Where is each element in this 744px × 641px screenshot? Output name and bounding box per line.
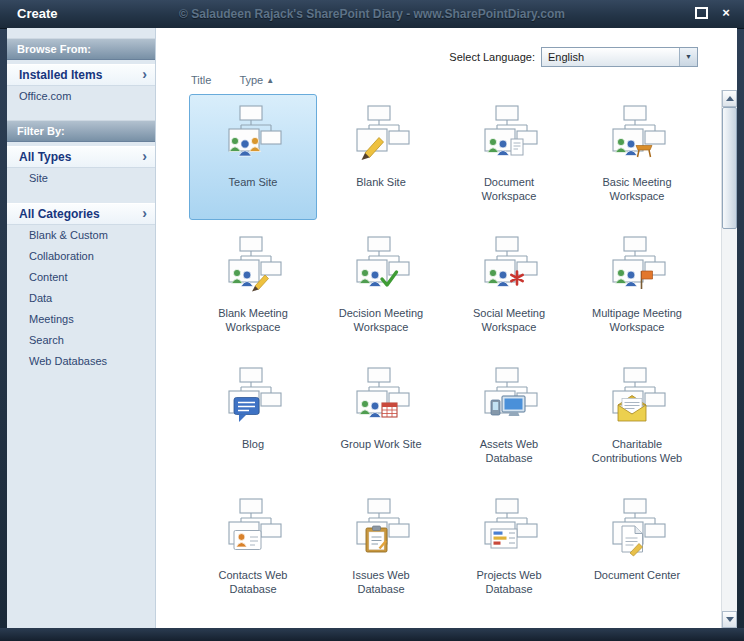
sidebar-gap	[7, 189, 155, 203]
assets-web-database-icon	[477, 365, 541, 429]
template-label: Contacts Web Database	[200, 568, 306, 596]
template-team-site[interactable]: Team Site	[189, 94, 317, 220]
sidebar-category-search[interactable]: Search	[7, 330, 155, 351]
template-label: Blank Meeting Workspace	[200, 306, 306, 334]
template-document-center[interactable]: Document Center	[573, 487, 701, 613]
dropdown-arrow-icon: ▼	[679, 48, 697, 66]
sort-row: Title Type▲	[191, 74, 274, 86]
window-buttons: ×	[693, 5, 734, 21]
category-filter-list: All Categories›Blank & CustomCollaborati…	[7, 203, 155, 372]
template-projects-web-database[interactable]: Projects Web Database	[445, 487, 573, 613]
sidebar-category-content[interactable]: Content	[7, 267, 155, 288]
sidebar-category-all-categories[interactable]: All Categories›	[7, 203, 155, 225]
sidebar-type-site[interactable]: Site	[7, 168, 155, 189]
template-label: Team Site	[200, 175, 306, 189]
sort-type-label: Type	[239, 74, 263, 86]
template-label: Document Workspace	[456, 175, 562, 203]
blank-meeting-workspace-icon	[221, 234, 285, 298]
team-site-icon	[221, 103, 285, 167]
vertical-scrollbar[interactable]	[721, 90, 737, 628]
scroll-up-icon	[726, 96, 734, 101]
dialog-bottom-bar	[0, 628, 744, 641]
blog-icon	[221, 365, 285, 429]
sort-ascending-icon: ▲	[266, 76, 274, 85]
sidebar-category-web-databases[interactable]: Web Databases	[7, 351, 155, 372]
document-center-icon	[605, 496, 669, 560]
item-label: Collaboration	[29, 250, 94, 262]
language-row: Select Language: English ▼	[449, 46, 698, 67]
maximize-icon	[695, 7, 708, 19]
browse-from-header: Browse From:	[7, 38, 155, 60]
sidebar-item-office-com[interactable]: Office.com	[7, 86, 155, 107]
basic-meeting-workspace-icon	[605, 103, 669, 167]
template-label: Decision Meeting Workspace	[328, 306, 434, 334]
template-label: Blank Site	[328, 175, 434, 189]
template-blog[interactable]: Blog	[189, 356, 317, 482]
scroll-up-button[interactable]	[722, 90, 737, 107]
social-meeting-workspace-icon	[477, 234, 541, 298]
template-charitable-contributions-web[interactable]: Charitable Contributions Web	[573, 356, 701, 482]
sidebar-category-collaboration[interactable]: Collaboration	[7, 246, 155, 267]
template-label: Multipage Meeting Workspace	[584, 306, 690, 334]
template-contacts-web-database[interactable]: Contacts Web Database	[189, 487, 317, 613]
blank-site-icon	[349, 103, 413, 167]
template-group-work-site[interactable]: Group Work Site	[317, 356, 445, 482]
template-label: Basic Meeting Workspace	[584, 175, 690, 203]
item-label: Web Databases	[29, 355, 107, 367]
close-icon: ×	[722, 5, 730, 21]
template-blank-meeting-workspace[interactable]: Blank Meeting Workspace	[189, 225, 317, 351]
sidebar: Browse From: Installed Items›Office.com …	[7, 28, 156, 628]
group-work-site-icon	[349, 365, 413, 429]
language-value: English	[548, 51, 584, 63]
issues-web-database-icon	[349, 496, 413, 560]
sidebar-item-installed-items[interactable]: Installed Items›	[7, 64, 155, 86]
item-label: All Categories	[19, 207, 100, 221]
decision-meeting-workspace-icon	[349, 234, 413, 298]
chevron-right-icon: ›	[142, 146, 147, 166]
scroll-down-button[interactable]	[722, 611, 737, 628]
template-basic-meeting-workspace[interactable]: Basic Meeting Workspace	[573, 94, 701, 220]
template-social-meeting-workspace[interactable]: Social Meeting Workspace	[445, 225, 573, 351]
template-document-workspace[interactable]: Document Workspace	[445, 94, 573, 220]
close-button[interactable]: ×	[718, 5, 734, 21]
sidebar-category-data[interactable]: Data	[7, 288, 155, 309]
template-decision-meeting-workspace[interactable]: Decision Meeting Workspace	[317, 225, 445, 351]
template-label: Projects Web Database	[456, 568, 562, 596]
template-label: Charitable Contributions Web	[584, 437, 690, 465]
template-label: Assets Web Database	[456, 437, 562, 465]
template-blank-site[interactable]: Blank Site	[317, 94, 445, 220]
contacts-web-database-icon	[221, 496, 285, 560]
sidebar-category-meetings[interactable]: Meetings	[7, 309, 155, 330]
maximize-button[interactable]	[693, 5, 709, 21]
sort-by-title[interactable]: Title	[191, 74, 211, 86]
template-issues-web-database[interactable]: Issues Web Database	[317, 487, 445, 613]
item-label: Blank & Custom	[29, 229, 108, 241]
item-label: Content	[29, 271, 68, 283]
charitable-contributions-web-icon	[605, 365, 669, 429]
chevron-right-icon: ›	[142, 203, 147, 223]
item-label: Data	[29, 292, 52, 304]
template-label: Blog	[200, 437, 306, 451]
sort-by-type[interactable]: Type▲	[239, 74, 274, 86]
item-label: Installed Items	[19, 68, 102, 82]
template-grid: Team SiteBlank SiteDocument WorkspaceBas…	[189, 94, 705, 618]
template-label: Issues Web Database	[328, 568, 434, 596]
item-label: Office.com	[19, 90, 71, 102]
template-label: Group Work Site	[328, 437, 434, 451]
watermark-text: © Salaudeen Rajack's SharePoint Diary - …	[0, 7, 744, 21]
template-assets-web-database[interactable]: Assets Web Database	[445, 356, 573, 482]
sidebar-category-blank-custom[interactable]: Blank & Custom	[7, 225, 155, 246]
multipage-meeting-workspace-icon	[605, 234, 669, 298]
document-workspace-icon	[477, 103, 541, 167]
type-filter-list: All Types›Site	[7, 146, 155, 189]
scroll-down-icon	[726, 617, 734, 622]
sidebar-type-all-types[interactable]: All Types›	[7, 146, 155, 168]
scrollbar-track[interactable]	[722, 107, 737, 611]
template-label: Social Meeting Workspace	[456, 306, 562, 334]
template-multipage-meeting-workspace[interactable]: Multipage Meeting Workspace	[573, 225, 701, 351]
scrollbar-thumb[interactable]	[722, 107, 737, 229]
select-language-label: Select Language:	[449, 51, 535, 63]
item-label: All Types	[19, 150, 71, 164]
item-label: Search	[29, 334, 64, 346]
language-dropdown[interactable]: English ▼	[541, 47, 698, 67]
